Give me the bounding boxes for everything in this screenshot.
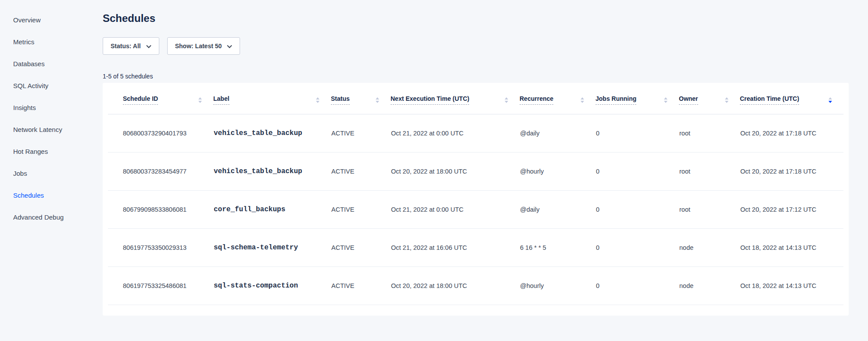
sort-icon[interactable] <box>664 97 667 103</box>
column-label-recurrence: Recurrence <box>520 95 553 105</box>
cell-status: ACTIVE <box>331 114 391 153</box>
sidebar-item-jobs[interactable]: Jobs <box>0 163 83 185</box>
cell-creation-time: Oct 18, 2022 at 14:13 UTC <box>740 267 843 305</box>
cell-recurrence: @daily <box>520 114 595 153</box>
column-header-status[interactable]: Status <box>331 83 391 114</box>
cell-creation-time: Oct 20, 2022 at 17:18 UTC <box>740 153 843 191</box>
show-filter-label: Show: Latest 50 <box>175 43 222 50</box>
column-label-jobs-running: Jobs Running <box>595 95 636 105</box>
column-header-next-execution-time[interactable]: Next Execution Time (UTC) <box>391 83 520 114</box>
cell-schedule-id: 806800373290401793 <box>108 114 213 153</box>
column-label-next-execution-time: Next Execution Time (UTC) <box>391 95 469 105</box>
cell-owner: root <box>679 153 740 191</box>
cell-jobs-running: 0 <box>595 191 679 229</box>
cell-next-execution: Oct 21, 2022 at 16:06 UTC <box>391 229 520 267</box>
cell-jobs-running: 0 <box>595 229 679 267</box>
status-filter-label: Status: All <box>111 43 141 50</box>
cell-recurrence: @hourly <box>520 267 595 305</box>
chevron-down-icon <box>146 45 151 48</box>
column-label-status: Status <box>331 95 350 105</box>
cell-owner: root <box>679 191 740 229</box>
results-count: 1-5 of 5 schedules <box>103 73 849 80</box>
cell-status: ACTIVE <box>331 229 391 267</box>
column-label-owner: Owner <box>679 95 698 105</box>
sidebar-item-hot-ranges[interactable]: Hot Ranges <box>0 141 83 163</box>
cell-jobs-running: 0 <box>595 267 679 305</box>
schedules-table: Schedule ID Label Stat <box>108 83 843 305</box>
column-label-label: Label <box>213 95 230 105</box>
sidebar-item-schedules[interactable]: Schedules <box>0 185 83 206</box>
sort-icon[interactable] <box>376 97 379 103</box>
sidebar-item-metrics[interactable]: Metrics <box>0 31 83 53</box>
cell-label: vehicles_table_backup <box>213 153 331 191</box>
sort-icon[interactable] <box>581 97 584 103</box>
cell-schedule-id: 806197753325486081 <box>108 267 213 305</box>
cell-recurrence: 6 16 * * 5 <box>520 229 595 267</box>
column-header-schedule-id[interactable]: Schedule ID <box>108 83 213 114</box>
cell-label: sql-stats-compaction <box>213 267 331 305</box>
cell-schedule-id: 806197753350029313 <box>108 229 213 267</box>
cell-jobs-running: 0 <box>595 153 679 191</box>
cell-label: sql-schema-telemetry <box>213 229 331 267</box>
table-row: 806197753325486081 sql-stats-compaction … <box>108 267 843 305</box>
table-row: 806800373290401793 vehicles_table_backup… <box>108 114 843 153</box>
column-header-jobs-running[interactable]: Jobs Running <box>595 83 679 114</box>
sidebar-item-network-latency[interactable]: Network Latency <box>0 119 83 141</box>
cell-creation-time: Oct 20, 2022 at 17:18 UTC <box>740 114 843 153</box>
cell-creation-time: Oct 18, 2022 at 14:13 UTC <box>740 229 843 267</box>
cell-label: vehicles_table_backup <box>213 114 331 153</box>
table-row: 806799098533806081 core_full_backups ACT… <box>108 191 843 229</box>
app-root: Overview Metrics Databases SQL Activity … <box>0 0 868 341</box>
column-label-schedule-id: Schedule ID <box>123 95 158 105</box>
sort-icon[interactable] <box>725 97 728 103</box>
cell-next-execution: Oct 20, 2022 at 18:00 UTC <box>391 153 520 191</box>
sidebar-item-insights[interactable]: Insights <box>0 97 83 119</box>
sidebar: Overview Metrics Databases SQL Activity … <box>0 0 83 341</box>
sidebar-item-databases[interactable]: Databases <box>0 53 83 75</box>
sort-icon-active-desc[interactable] <box>829 97 832 103</box>
sidebar-item-overview[interactable]: Overview <box>0 9 83 31</box>
column-header-label[interactable]: Label <box>213 83 331 114</box>
sidebar-item-advanced-debug[interactable]: Advanced Debug <box>0 206 83 228</box>
table-row: 806800373283454977 vehicles_table_backup… <box>108 153 843 191</box>
table-row: 806197753350029313 sql-schema-telemetry … <box>108 229 843 267</box>
sort-icon[interactable] <box>198 97 202 103</box>
cell-owner: node <box>679 267 740 305</box>
column-label-creation-time: Creation Time (UTC) <box>740 95 799 105</box>
sort-icon[interactable] <box>316 97 319 103</box>
chevron-down-icon <box>227 45 232 48</box>
page-title: Schedules <box>103 12 849 25</box>
cell-schedule-id: 806800373283454977 <box>108 153 213 191</box>
main-content: Schedules Status: All Show: Latest 50 1-… <box>83 0 868 341</box>
table-header-row: Schedule ID Label Stat <box>108 83 843 114</box>
cell-status: ACTIVE <box>331 267 391 305</box>
filter-bar: Status: All Show: Latest 50 <box>103 37 849 55</box>
status-filter-dropdown[interactable]: Status: All <box>103 37 159 55</box>
cell-label: core_full_backups <box>213 191 331 229</box>
cell-jobs-running: 0 <box>595 114 679 153</box>
cell-recurrence: @hourly <box>520 153 595 191</box>
schedules-table-card: Schedule ID Label Stat <box>103 83 849 316</box>
cell-owner: root <box>679 114 740 153</box>
sidebar-item-sql-activity[interactable]: SQL Activity <box>0 75 83 97</box>
cell-owner: node <box>679 229 740 267</box>
cell-status: ACTIVE <box>331 191 391 229</box>
cell-next-execution: Oct 21, 2022 at 0:00 UTC <box>391 191 520 229</box>
cell-creation-time: Oct 20, 2022 at 17:12 UTC <box>740 191 843 229</box>
cell-recurrence: @daily <box>520 191 595 229</box>
column-header-creation-time[interactable]: Creation Time (UTC) <box>740 83 843 114</box>
show-filter-dropdown[interactable]: Show: Latest 50 <box>167 37 240 55</box>
cell-schedule-id: 806799098533806081 <box>108 191 213 229</box>
column-header-recurrence[interactable]: Recurrence <box>520 83 595 114</box>
column-header-owner[interactable]: Owner <box>679 83 740 114</box>
cell-status: ACTIVE <box>331 153 391 191</box>
sort-icon[interactable] <box>505 97 508 103</box>
cell-next-execution: Oct 20, 2022 at 18:00 UTC <box>391 267 520 305</box>
cell-next-execution: Oct 21, 2022 at 0:00 UTC <box>391 114 520 153</box>
